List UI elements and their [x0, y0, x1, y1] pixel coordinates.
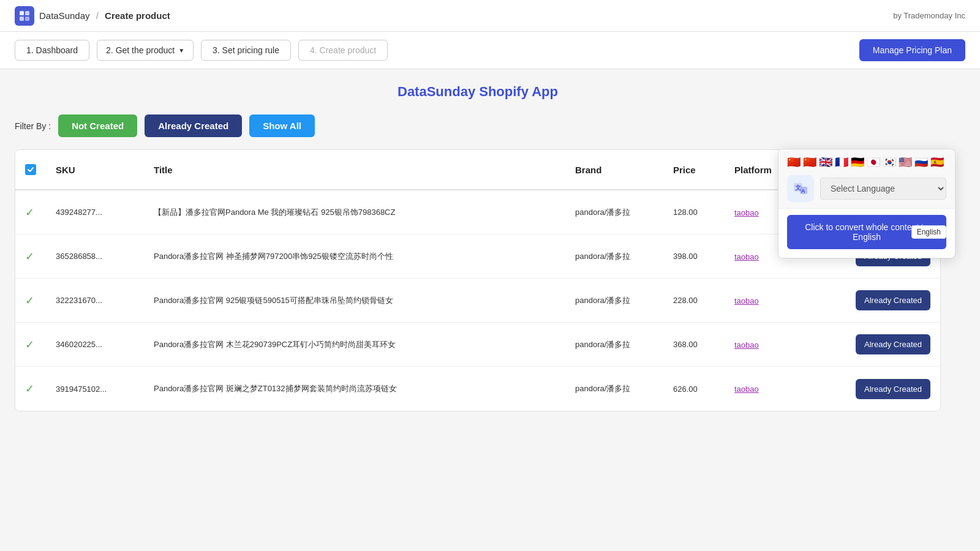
- row-platform-4[interactable]: taobao: [734, 384, 820, 394]
- chevron-down-icon: ▼: [178, 47, 184, 54]
- table-row: ✓ 322231670... Pandora潘多拉官网 925银项链590515…: [15, 279, 940, 323]
- row-brand-3: pandora/潘多拉: [575, 339, 673, 351]
- filter-show-all[interactable]: Show All: [249, 114, 315, 137]
- row-price-0: 128.00: [673, 208, 734, 217]
- header-left: DataSunday / Create product: [15, 6, 170, 26]
- tab-get-product[interactable]: 2. Get the product ▼: [97, 40, 194, 61]
- select-all-checkbox[interactable]: [25, 164, 56, 175]
- nav-bar: 1. Dashboard 2. Get the product ▼ 3. Set…: [0, 32, 980, 69]
- row-brand-4: pandora/潘多拉: [575, 383, 673, 395]
- translate-body: Click to convert whole content to Englis…: [778, 209, 955, 258]
- col-brand: Brand: [575, 165, 673, 175]
- row-check-0[interactable]: ✓: [25, 206, 56, 219]
- col-sku: SKU: [56, 165, 154, 175]
- row-check-2[interactable]: ✓: [25, 294, 56, 307]
- flag-icon: 🇪🇸: [930, 156, 944, 169]
- flag-icon: 🇫🇷: [835, 156, 848, 169]
- row-status-btn-3[interactable]: Already Created: [856, 334, 930, 354]
- english-label: English: [911, 225, 946, 239]
- row-title-3: Pandora潘多拉官网 木兰花290739PCZ耳钉小巧简约时尚甜美耳环女: [154, 339, 575, 351]
- row-platform-2[interactable]: taobao: [734, 296, 820, 305]
- tab-dashboard[interactable]: 1. Dashboard: [15, 40, 89, 61]
- translate-panel: 🇨🇳🇨🇳🇬🇧🇫🇷🇩🇪🇯🇵🇰🇷🇺🇸🇷🇺🇪🇸 文 A Select Language…: [778, 149, 956, 258]
- row-price-3: 368.00: [673, 340, 734, 349]
- row-price-2: 228.00: [673, 296, 734, 305]
- row-check-4[interactable]: ✓: [25, 382, 56, 395]
- col-price: Price: [673, 165, 734, 175]
- filter-already-created[interactable]: Already Created: [145, 114, 242, 137]
- flag-icon: 🇨🇳: [803, 156, 816, 169]
- flag-icon: 🇬🇧: [819, 156, 832, 169]
- flag-icon: 🇨🇳: [787, 156, 801, 169]
- tab-pricing[interactable]: 3. Set pricing rule: [201, 40, 291, 61]
- breadcrumb: DataSunday / Create product: [39, 10, 170, 21]
- row-check-3[interactable]: ✓: [25, 338, 56, 351]
- row-sku-0: 439248277...: [56, 208, 154, 217]
- row-sku-1: 365286858...: [56, 252, 154, 261]
- logo: [15, 6, 34, 26]
- row-title-0: 【新品】潘多拉官网Pandora Me 我的璀璨钻石 925银吊饰798368C…: [154, 206, 575, 219]
- filter-label: Filter By :: [15, 121, 51, 131]
- row-platform-3[interactable]: taobao: [734, 340, 820, 350]
- manage-pricing-button[interactable]: Manage Pricing Plan: [859, 39, 965, 61]
- main-content: DataSunday Shopify App Filter By : Not C…: [0, 69, 956, 426]
- svg-rect-0: [20, 11, 24, 15]
- filter-not-created[interactable]: Not Created: [58, 114, 137, 137]
- flag-row: 🇨🇳🇨🇳🇬🇧🇫🇷🇩🇪🇯🇵🇰🇷🇺🇸🇷🇺🇪🇸: [787, 156, 946, 169]
- row-price-4: 626.00: [673, 384, 734, 394]
- tab-create-product[interactable]: 4. Create product: [298, 40, 388, 61]
- svg-rect-3: [25, 17, 29, 21]
- col-title: Title: [154, 165, 575, 175]
- row-brand-0: pandora/潘多拉: [575, 206, 673, 219]
- flag-icon: 🇰🇷: [883, 156, 896, 169]
- svg-rect-1: [25, 11, 29, 15]
- row-price-1: 398.00: [673, 252, 734, 261]
- table-row: ✓ 346020225... Pandora潘多拉官网 木兰花290739PCZ…: [15, 323, 940, 367]
- row-sku-3: 346020225...: [56, 340, 154, 349]
- row-title-1: Pandora潘多拉官网 神圣捕梦网797200串饰925银镂空流苏时尚个性: [154, 250, 575, 263]
- row-status-btn-4[interactable]: Already Created: [856, 379, 930, 399]
- language-select[interactable]: Select Language English Chinese French G…: [820, 178, 946, 200]
- translate-icon: 文 A: [787, 175, 814, 202]
- row-brand-1: pandora/潘多拉: [575, 250, 673, 263]
- convert-btn-wrap: Click to convert whole content to Englis…: [787, 215, 946, 249]
- header: DataSunday / Create product by Trademond…: [0, 0, 980, 32]
- svg-rect-2: [20, 17, 24, 21]
- flag-icon: 🇯🇵: [867, 156, 880, 169]
- row-check-1[interactable]: ✓: [25, 250, 56, 263]
- flag-icon: 🇩🇪: [851, 156, 864, 169]
- flag-icon: 🇺🇸: [899, 156, 912, 169]
- filter-bar: Filter By : Not Created Already Created …: [15, 114, 941, 137]
- by-text: by Trademonday Inc: [893, 11, 965, 20]
- row-status-btn-2[interactable]: Already Created: [856, 290, 930, 310]
- row-sku-4: 3919475102...: [56, 384, 154, 394]
- row-title-4: Pandora潘多拉官网 斑斓之梦ZT0132捕梦网套装简约时尚流苏项链女: [154, 383, 575, 395]
- svg-text:A: A: [801, 188, 805, 194]
- table-row: ✓ 3919475102... Pandora潘多拉官网 斑斓之梦ZT0132捕…: [15, 367, 940, 411]
- row-title-2: Pandora潘多拉官网 925银项链590515可搭配串珠吊坠简约锁骨链女: [154, 294, 575, 307]
- page-title: DataSunday Shopify App: [15, 84, 941, 100]
- row-brand-2: pandora/潘多拉: [575, 294, 673, 307]
- row-sku-2: 322231670...: [56, 296, 154, 305]
- flag-icon: 🇷🇺: [914, 156, 928, 169]
